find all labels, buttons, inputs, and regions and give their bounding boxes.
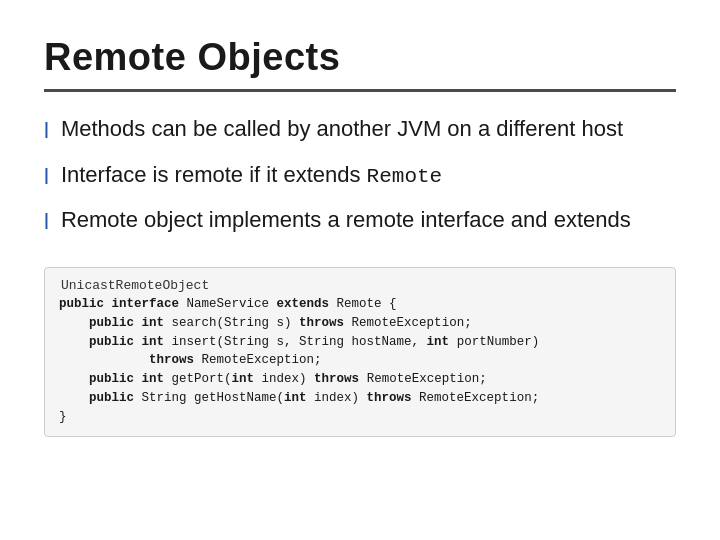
- bullet-item-1: l Methods can be called by another JVM o…: [44, 114, 676, 146]
- bullet-text-3: Remote object implements a remote interf…: [61, 205, 676, 235]
- code-block: public interface NameService extends Rem…: [59, 295, 661, 426]
- unicast-label: UnicastRemoteObject: [59, 278, 661, 293]
- bullet-dot-1: l: [44, 116, 49, 146]
- bullet-item-3: l Remote object implements a remote inte…: [44, 205, 676, 237]
- slide-title: Remote Objects: [44, 36, 676, 79]
- code-block-wrapper: UnicastRemoteObject public interface Nam…: [44, 267, 676, 437]
- bullet-text-2: Interface is remote if it extends Remote: [61, 160, 676, 191]
- bullet-list: l Methods can be called by another JVM o…: [44, 114, 676, 251]
- bullet-text-1: Methods can be called by another JVM on …: [61, 114, 676, 144]
- title-divider: [44, 89, 676, 92]
- slide: Remote Objects l Methods can be called b…: [0, 0, 720, 540]
- bullet-2-prefix: Interface is remote if it extends: [61, 162, 367, 187]
- bullet-dot-3: l: [44, 207, 49, 237]
- bullet-dot-2: l: [44, 162, 49, 192]
- bullet-item-2: l Interface is remote if it extends Remo…: [44, 160, 676, 192]
- bullet-2-code: Remote: [367, 165, 443, 188]
